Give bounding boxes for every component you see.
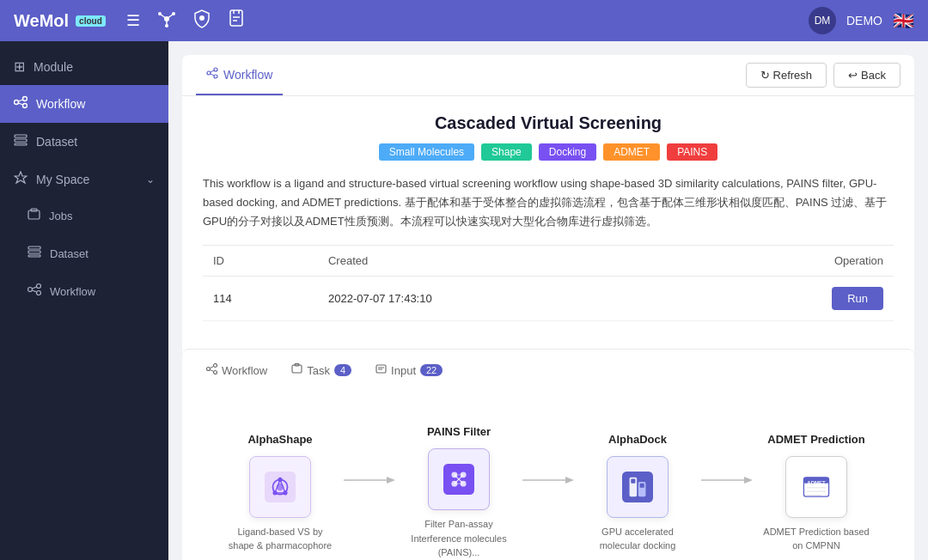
sidebar-item-label: My Space bbox=[36, 173, 89, 186]
workflow-tab-icon2 bbox=[206, 363, 217, 377]
arrow-3 bbox=[701, 472, 753, 489]
svg-point-14 bbox=[23, 97, 27, 101]
node-alphadock-desc: GPU accelerated molecular docking bbox=[582, 525, 693, 553]
sidebar-item-label: Workflow bbox=[36, 97, 85, 111]
row-id: 114 bbox=[203, 277, 318, 321]
workflow-title: Cascaded Virtual Screening bbox=[203, 113, 894, 133]
svg-rect-71 bbox=[631, 478, 635, 483]
workflow-tab-icon bbox=[206, 67, 218, 82]
svg-point-27 bbox=[37, 284, 41, 289]
col-id: ID bbox=[203, 246, 318, 277]
sidebar-item-dataset[interactable]: Dataset bbox=[0, 123, 168, 161]
back-button[interactable]: ↩ Back bbox=[833, 63, 901, 88]
sidebar-item-label: Dataset bbox=[50, 247, 89, 260]
sidebar-item-label: Jobs bbox=[49, 210, 72, 222]
bottom-tab-workflow[interactable]: Workflow bbox=[196, 358, 278, 382]
row-created: 2022-07-07 17:43:10 bbox=[318, 277, 682, 321]
run-button[interactable]: Run bbox=[832, 287, 883, 310]
timer-icon[interactable] bbox=[228, 9, 245, 33]
svg-marker-67 bbox=[565, 477, 574, 484]
node-pains-box bbox=[428, 448, 490, 510]
svg-rect-24 bbox=[28, 251, 40, 253]
node-pains-desc: Filter Pan-assay Interference molecules … bbox=[403, 517, 515, 560]
svg-rect-8 bbox=[230, 10, 242, 26]
arrow-2 bbox=[522, 472, 574, 489]
node-admet-title: ADMET Prediction bbox=[767, 433, 864, 446]
bottom-tab-input[interactable]: Input 22 bbox=[365, 358, 453, 382]
node-pains: PAINS Filter bbox=[395, 425, 522, 560]
node-alphashape: AlphaShape bbox=[217, 433, 344, 553]
jobs-icon bbox=[27, 208, 40, 224]
sidebar-item-module[interactable]: ⊞ Module bbox=[0, 48, 168, 85]
svg-point-28 bbox=[37, 291, 41, 295]
svg-line-30 bbox=[33, 290, 37, 292]
language-flag[interactable]: 🇬🇧 bbox=[893, 10, 914, 31]
top-navigation: WeMol cloud ☰ bbox=[0, 0, 928, 41]
tag-pains: PAINS bbox=[667, 143, 717, 161]
input-badge: 22 bbox=[420, 364, 443, 376]
node-alphashape-box bbox=[249, 456, 311, 518]
topnav-right: DM DEMO 🇬🇧 bbox=[809, 7, 914, 34]
sidebar-item-jobs[interactable]: Jobs bbox=[0, 198, 168, 234]
svg-point-32 bbox=[214, 68, 217, 71]
tab-workflow[interactable]: Workflow bbox=[196, 55, 283, 95]
sidebar-item-workflow-sub[interactable]: Workflow bbox=[0, 272, 168, 310]
dataset-icon bbox=[14, 133, 27, 150]
arrow-1 bbox=[344, 472, 395, 489]
table-row: 114 2022-07-07 17:43:10 Run bbox=[203, 277, 894, 321]
network-icon[interactable] bbox=[157, 9, 176, 33]
user-avatar[interactable]: DM bbox=[809, 7, 836, 34]
tab-workflow-label: Workflow bbox=[223, 68, 272, 82]
bottom-tab-input-label: Input bbox=[391, 364, 416, 377]
svg-line-40 bbox=[211, 370, 214, 372]
module-icon: ⊞ bbox=[14, 58, 25, 75]
svg-line-29 bbox=[33, 287, 37, 289]
workflow-sub-icon bbox=[27, 283, 41, 300]
node-alphadock-title: AlphaDock bbox=[608, 433, 667, 446]
row-operation: Run bbox=[682, 277, 894, 321]
svg-line-39 bbox=[211, 367, 214, 368]
logo[interactable]: WeMol cloud bbox=[14, 11, 106, 31]
node-pains-title: PAINS Filter bbox=[427, 425, 491, 438]
refresh-button[interactable]: ↻ Refresh bbox=[746, 63, 827, 88]
task-badge: 4 bbox=[334, 364, 351, 376]
node-alphadock: AlphaDock GPU accelerated molecular dock… bbox=[574, 433, 701, 553]
svg-point-37 bbox=[214, 364, 217, 368]
svg-point-15 bbox=[23, 104, 27, 108]
svg-point-13 bbox=[15, 100, 19, 105]
svg-text:ADMET: ADMET bbox=[807, 479, 826, 484]
input-icon bbox=[375, 363, 387, 377]
diagram-nodes: AlphaShape bbox=[217, 425, 880, 560]
svg-rect-23 bbox=[28, 247, 40, 249]
logo-text: WeMol bbox=[14, 11, 69, 31]
node-admet: ADMET Prediction ADMET bbox=[753, 433, 880, 553]
back-icon: ↩ bbox=[848, 69, 858, 82]
col-created: Created bbox=[318, 246, 682, 277]
svg-marker-74 bbox=[744, 477, 753, 484]
menu-icon[interactable]: ☰ bbox=[126, 11, 140, 30]
dataset-sub-icon bbox=[27, 245, 41, 262]
svg-rect-19 bbox=[15, 139, 27, 142]
myspace-icon bbox=[14, 171, 27, 187]
svg-marker-56 bbox=[387, 477, 395, 484]
shield-icon[interactable] bbox=[193, 9, 211, 33]
svg-point-36 bbox=[207, 368, 211, 371]
sidebar-item-label: Workflow bbox=[50, 285, 95, 298]
tag-docking: Docking bbox=[539, 143, 596, 161]
bottom-tab-task[interactable]: Task 4 bbox=[281, 358, 362, 382]
workflow-diagram: AlphaShape bbox=[182, 391, 914, 560]
svg-point-7 bbox=[199, 15, 205, 21]
svg-rect-20 bbox=[15, 143, 27, 145]
main-layout: ⊞ Module Workflow bbox=[0, 41, 928, 560]
sidebar-item-label: Dataset bbox=[36, 135, 77, 149]
svg-rect-18 bbox=[15, 135, 27, 137]
workflow-card: Workflow ↻ Refresh ↩ Back Cascaded Virtu… bbox=[182, 55, 914, 560]
sidebar-item-workflow[interactable]: Workflow bbox=[0, 85, 168, 123]
card-header: Workflow ↻ Refresh ↩ Back bbox=[182, 55, 914, 96]
svg-line-5 bbox=[167, 14, 174, 19]
username-label: DEMO bbox=[846, 14, 882, 27]
sidebar-item-my-space[interactable]: My Space ⌄ bbox=[0, 161, 168, 198]
svg-line-16 bbox=[19, 100, 23, 101]
bottom-tabs: Workflow Task 4 bbox=[182, 349, 914, 391]
sidebar-item-dataset-sub[interactable]: Dataset bbox=[0, 234, 168, 272]
